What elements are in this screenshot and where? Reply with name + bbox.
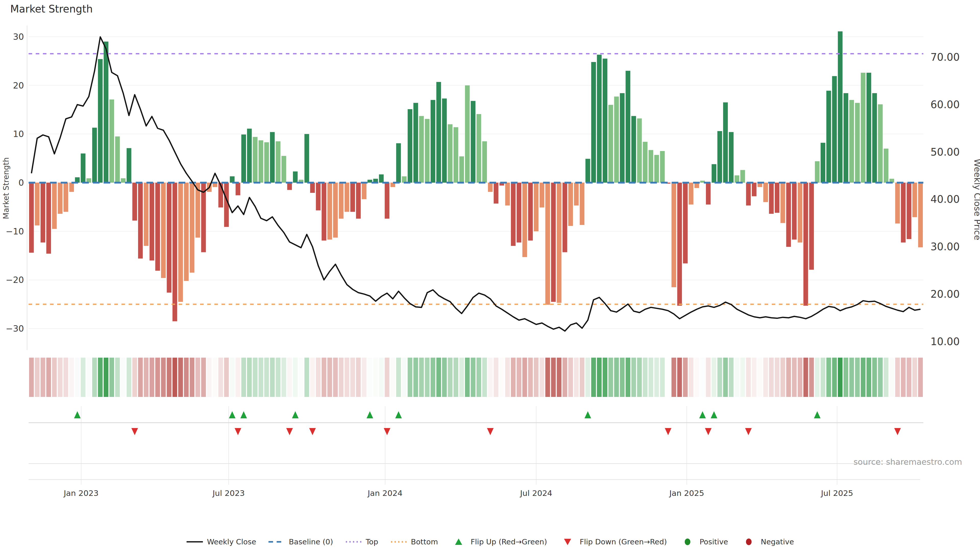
- market-strength-page: Market Strength 3020100−10−20−3070.0060.…: [0, 0, 980, 551]
- strength-bar: [259, 140, 263, 183]
- strength-bar: [127, 148, 131, 183]
- strength-bar: [551, 183, 556, 302]
- heatmap-cell: [207, 358, 212, 397]
- strength-bar: [706, 183, 711, 205]
- heatmap-strip: [29, 358, 923, 397]
- heatmap-cell: [350, 358, 355, 397]
- strength-bar: [356, 183, 361, 219]
- flip-up-marker: [240, 411, 247, 418]
- heatmap-cell: [127, 358, 131, 397]
- heatmap-cell: [46, 358, 51, 397]
- heatmap-cell: [488, 358, 493, 397]
- heatmap-cell: [167, 358, 172, 397]
- flip-up-marker: [699, 411, 706, 418]
- strength-bar: [769, 183, 774, 214]
- strength-bar: [649, 150, 653, 183]
- heatmap-cell: [660, 358, 665, 397]
- left-axis-tick: −30: [6, 324, 24, 333]
- x-axis-tick: Jul 2024: [520, 489, 552, 498]
- strength-bar: [476, 114, 481, 183]
- heatmap-cell: [632, 358, 636, 397]
- heatmap-cell: [832, 358, 837, 397]
- heatmap-cell: [528, 358, 533, 397]
- strength-bar: [402, 176, 407, 183]
- strength-bar: [69, 183, 74, 192]
- strength-bar: [866, 73, 871, 183]
- heatmap-cell: [373, 358, 378, 397]
- heatmap-cell: [235, 358, 240, 397]
- heatmap-cell: [654, 358, 659, 397]
- heatmap-cell: [809, 358, 814, 397]
- strength-bar: [832, 76, 837, 183]
- strength-bar: [826, 91, 831, 183]
- heatmap-cell: [815, 358, 820, 397]
- dots-swatch-icon: [390, 537, 408, 546]
- heatmap-cell: [643, 358, 648, 397]
- flip-up-marker: [292, 411, 299, 418]
- heatmap-cell: [752, 358, 757, 397]
- strength-bar: [138, 183, 143, 259]
- heatmap-cell: [396, 358, 401, 397]
- heatmap-cell: [419, 358, 424, 397]
- heatmap-cell: [242, 358, 246, 397]
- strength-bar: [884, 149, 889, 183]
- heatmap-cell: [826, 358, 831, 397]
- flip-up-marker: [711, 411, 718, 418]
- heatmap-cell: [115, 358, 120, 397]
- heatmap-cell: [453, 358, 458, 397]
- strength-bar: [746, 183, 751, 206]
- strength-bar: [414, 103, 418, 183]
- heatmap-cell: [29, 358, 34, 397]
- strength-bar: [850, 100, 854, 183]
- legend-item-label: Bottom: [411, 537, 438, 546]
- heatmap-cell: [52, 358, 57, 397]
- strength-bar: [235, 183, 240, 195]
- heatmap-cell: [150, 358, 154, 397]
- legend-item-label: Baseline (0): [289, 537, 333, 546]
- dots-swatch-icon: [345, 537, 363, 546]
- heatmap-cell: [224, 358, 229, 397]
- heatmap-cell: [436, 358, 441, 397]
- heatmap-cell: [110, 358, 115, 397]
- strength-bar: [385, 183, 390, 219]
- heatmap-cell: [385, 358, 390, 397]
- flip-up-marker: [366, 411, 373, 418]
- strength-bar: [442, 98, 447, 183]
- heatmap-cell: [666, 358, 671, 397]
- heatmap-cell: [293, 358, 298, 397]
- strength-bar: [58, 183, 62, 214]
- heatmap-cell: [41, 358, 45, 397]
- flip-up-marker: [74, 411, 81, 418]
- left-axis-tick: −10: [6, 226, 24, 237]
- flip-down-marker: [705, 428, 711, 435]
- strength-bar: [368, 180, 372, 183]
- strength-bar: [81, 154, 86, 183]
- legend-item-label: Top: [366, 537, 378, 546]
- strength-bar: [855, 103, 860, 183]
- strength-bar: [735, 175, 739, 183]
- flip-markers: [29, 406, 923, 485]
- dot-swatch-icon: [679, 537, 697, 546]
- heatmap-cell: [729, 358, 734, 397]
- strength-bar: [144, 183, 149, 246]
- heatmap-cell: [735, 358, 739, 397]
- strength-bar: [603, 59, 608, 183]
- heatmap-cell: [270, 358, 275, 397]
- heatmap-cell: [563, 358, 567, 397]
- flip-down-marker: [384, 428, 390, 435]
- strength-bar: [786, 183, 791, 247]
- strength-bar: [517, 183, 522, 243]
- flip-down-marker: [286, 428, 293, 435]
- heatmap-cell: [585, 358, 590, 397]
- heatmap-cell: [780, 358, 785, 397]
- strength-bar: [448, 124, 453, 183]
- heatmap-cell: [362, 358, 367, 397]
- strength-bar: [763, 183, 768, 202]
- strength-bar: [511, 183, 516, 246]
- strength-bar: [64, 183, 68, 212]
- heatmap-cell: [534, 358, 539, 397]
- strength-bar: [752, 183, 757, 196]
- strength-bar: [597, 55, 602, 183]
- heatmap-cell: [448, 358, 453, 397]
- strength-bar: [379, 175, 384, 183]
